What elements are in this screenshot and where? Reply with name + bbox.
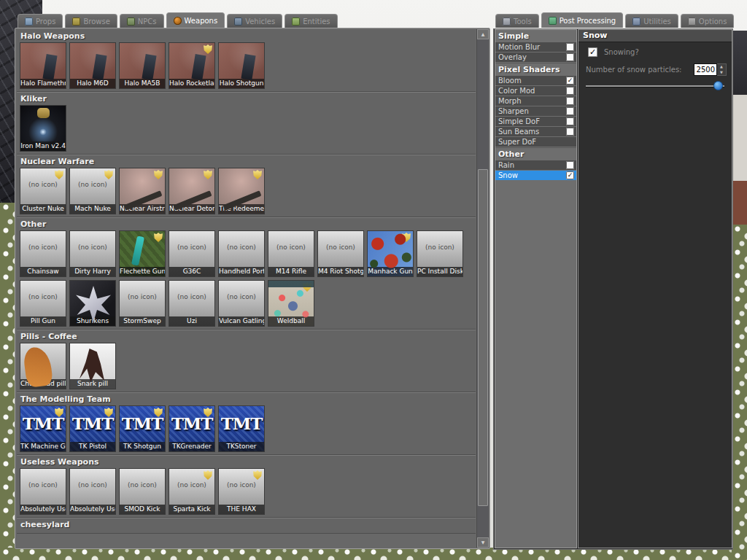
checkbox[interactable] [566, 117, 574, 125]
tab-label: NPCs [138, 18, 157, 26]
spinner-up-icon[interactable]: ▲ [717, 64, 726, 70]
spawn-icon-label: PC Install Disk [417, 267, 462, 276]
spawn-icon-vulcan-gatling[interactable]: (no icon)Vulcan Gatling(... [218, 280, 265, 327]
tab-utilities[interactable]: Utilities [625, 14, 678, 28]
checkbox[interactable] [566, 128, 574, 136]
spawn-icon-handheld-portal[interactable]: (no icon)Handheld Portal.. [218, 230, 265, 277]
no-icon-text: (no icon) [20, 481, 66, 489]
snow-settings-panel: Snow ✓ Snowing? Number of snow particles… [578, 29, 732, 548]
pp-item-color-mod[interactable]: Color Mod [495, 86, 576, 96]
pp-item-morph[interactable]: Morph [495, 96, 576, 106]
spawn-icon-uzi[interactable]: (no icon)Uzi [169, 280, 215, 327]
spawn-icon-label: Shurikens [70, 316, 115, 326]
pp-item-label: Bloom [498, 77, 566, 85]
tab-label: Entities [303, 18, 330, 26]
spawn-icon-tk-shotgun[interactable]: TMTTK Shotgun [119, 405, 166, 452]
tiles-row: (no icon)Absolutely Usel..(no icon)Absol… [17, 468, 476, 515]
spawn-icon-snark-pill[interactable]: Snark pill [69, 343, 116, 389]
pp-item-rain[interactable]: Rain [495, 160, 576, 170]
snowing-checkbox[interactable]: ✓ [588, 47, 597, 57]
tab-entities[interactable]: Entities [285, 14, 337, 28]
spawn-icon-absolutely-usel[interactable]: (no icon)Absolutely Usel.. [69, 468, 116, 515]
pp-item-overlay[interactable]: Overlay [495, 52, 576, 62]
spawn-icon-m4-riot-shotgun[interactable]: (no icon)M4 Riot Shotgun [317, 230, 364, 277]
tab-label: Tools [514, 18, 532, 26]
slider-knob[interactable] [713, 81, 723, 90]
spawn-icon-weldball[interactable]: Weldball [268, 280, 314, 327]
tab-tools[interactable]: Tools [495, 14, 539, 28]
pp-item-sun-beams[interactable]: Sun Beams [495, 127, 576, 136]
spawn-icon-label: Nuclear Detonat. [169, 204, 214, 214]
spawn-icon-nuclear-airstrike[interactable]: Nuclear Airstrike [119, 168, 166, 214]
tab-npcs[interactable]: NPCs [120, 14, 164, 28]
spawn-icon-pill-gun[interactable]: (no icon)Pill Gun [20, 280, 66, 327]
tab-vehicles[interactable]: Vehicles [227, 14, 282, 28]
spawn-icon-nuclear-detonat[interactable]: Nuclear Detonat. [169, 168, 215, 214]
spawn-icon-the-hax[interactable]: (no icon)THE HAX [218, 468, 265, 515]
spawn-icon-pc-install-disk[interactable]: (no icon)PC Install Disk [417, 230, 463, 277]
spawn-icon-g36c[interactable]: (no icon)G36C [169, 230, 215, 277]
pp-item-super-dof[interactable]: Super DoF [495, 137, 576, 147]
spawn-icon-tk-machine-gun[interactable]: TMTTK Machine Gun [20, 405, 66, 452]
spawn-icon-label: StormSwep [120, 316, 165, 326]
spawn-icon-halo-rocketlaun[interactable]: Halo Rocketlaun. [169, 42, 215, 89]
spawn-icon-m14-rifle[interactable]: (no icon)M14 Rifle [268, 230, 314, 277]
utilities-icon [632, 18, 640, 26]
checkbox[interactable] [566, 87, 574, 95]
checkbox[interactable] [566, 53, 574, 61]
spawn-icon-shurikens[interactable]: Shurikens [69, 280, 116, 327]
checkbox[interactable]: ✓ [566, 77, 574, 85]
spawn-icon-halo-ma5b[interactable]: Halo MA5B [119, 42, 166, 89]
spawn-icon-tkstoner[interactable]: TMTTKStoner [218, 405, 265, 452]
category-halo-weapons: Halo WeaponsHalo FlamethrowHalo M6DHalo … [17, 30, 476, 92]
checkbox[interactable] [566, 107, 574, 115]
snow-particles-input[interactable] [694, 63, 717, 76]
tab-browse[interactable]: Browse [65, 14, 117, 28]
spinner-down-icon[interactable]: ▼ [717, 70, 726, 76]
spawn-icon-dirty-harry[interactable]: (no icon)Dirty Harry [69, 230, 116, 277]
pp-item-label: Sun Beams [498, 128, 566, 136]
scroll-up-button[interactable]: ▲ [477, 29, 489, 39]
background-grass-left [0, 203, 15, 560]
no-icon-text: (no icon) [268, 244, 314, 251]
pp-item-sharpen[interactable]: Sharpen [495, 106, 576, 116]
pp-item-label: Color Mod [498, 87, 566, 95]
pp-item-simple-dof[interactable]: Simple DoF [495, 117, 576, 126]
spawn-icon-cluster-nuke[interactable]: (no icon)Cluster Nuke [20, 168, 66, 214]
checkbox[interactable]: ✓ [566, 171, 574, 179]
spawn-icon-halo-flamethrow[interactable]: Halo Flamethrow [20, 42, 66, 89]
gold-shield-badge-icon [402, 233, 411, 242]
slider-track[interactable] [586, 85, 724, 87]
checkbox[interactable] [566, 97, 574, 105]
tab-post-processing[interactable]: Post Processing [541, 12, 624, 28]
spawn-icon-tk-pistol[interactable]: TMTTK Pistol [69, 405, 116, 452]
pp-item-bloom[interactable]: Bloom✓ [495, 76, 576, 85]
spawn-icon-smod-kick[interactable]: (no icon)SMOD Kick [119, 468, 166, 515]
spawn-icon-iron-man-v2-4[interactable]: Iron Man v2.4 [20, 105, 66, 152]
tab-weapons[interactable]: Weapons [166, 12, 225, 28]
checkbox[interactable] [566, 161, 574, 169]
spawn-icon-chumtoad-pill[interactable]: Chumtoad pill [20, 343, 66, 389]
spawn-icon-sparta-kick[interactable]: (no icon)Sparta Kick [169, 468, 215, 515]
tab-options[interactable]: Options [681, 14, 735, 28]
gold-shield-badge-icon [204, 44, 212, 54]
spawn-icon-flechette-gun[interactable]: Flechette Gun [119, 230, 166, 277]
spawn-icon-halo-m6d[interactable]: Halo M6D [69, 42, 116, 89]
no-icon-text: (no icon) [169, 244, 214, 251]
spawn-icon-the-redeemer[interactable]: The Redeemer [218, 168, 265, 214]
spawn-icon-mach-nuke[interactable]: (no icon)Mach Nuke [69, 168, 116, 214]
spawn-icon-stormswep[interactable]: (no icon)StormSwep [119, 280, 166, 327]
spawn-icon-manhack-gun[interactable]: Manhack Gun [367, 230, 414, 277]
pp-item-snow[interactable]: Snow✓ [495, 171, 576, 180]
spawn-icon-tkgrenader[interactable]: TMTTKGrenader [169, 405, 215, 452]
spawn-icon-halo-shotgun[interactable]: Halo Shotgun [218, 42, 265, 89]
scrollbar-thumb[interactable] [478, 169, 488, 506]
tab-props[interactable]: Props [18, 14, 63, 28]
category-header: Pills - Coffee [17, 330, 476, 343]
weapons-scrollbar[interactable]: ▲ ▼ [476, 29, 489, 548]
checkbox[interactable] [566, 43, 574, 51]
spawn-icon-absolutely-usel[interactable]: (no icon)Absolutely Usel.. [20, 468, 66, 515]
pp-item-motion-blur[interactable]: Motion Blur [495, 42, 576, 52]
spawn-icon-chainsaw[interactable]: (no icon)Chainsaw [20, 230, 66, 277]
scroll-down-button[interactable]: ▼ [477, 537, 489, 548]
